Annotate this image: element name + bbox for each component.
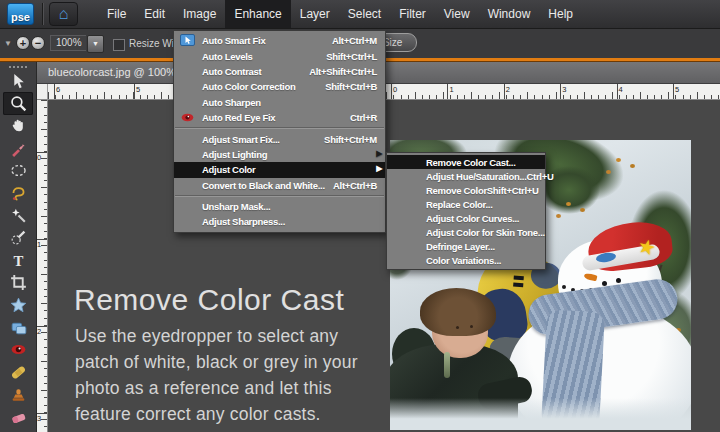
ruler-tick [41, 274, 47, 275]
menu-item-auto-smart-fix[interactable]: Auto Smart FixAlt+Ctrl+M [174, 33, 385, 48]
menu-item-adjust-color-for-skin-tone[interactable]: Adjust Color for Skin Tone... [387, 225, 545, 239]
tool-eyedropper[interactable] [3, 137, 33, 159]
zoom-out-button[interactable]: − [31, 36, 45, 50]
resize-windows-checkbox[interactable] [113, 39, 125, 51]
photo-boy-hair [420, 288, 496, 336]
menu-item-auto-red-eye-fix[interactable]: Auto Red Eye FixCtrl+R [174, 110, 385, 125]
ruler-tick [44, 136, 47, 137]
ruler-tick [161, 92, 162, 99]
ruler-tick [391, 84, 392, 99]
menu-item-unsharp-mask[interactable]: Unsharp Mask... [174, 199, 385, 214]
ruler-label: 1 [449, 85, 453, 94]
menu-item-auto-levels[interactable]: Auto LevelsShift+Ctrl+L [174, 48, 385, 63]
menu-item-adjust-color[interactable]: Adjust Color▶ [174, 162, 385, 177]
tool-crop[interactable] [3, 272, 33, 294]
marquee-icon [9, 161, 28, 180]
vertical-ruler[interactable]: 0123 [36, 100, 48, 432]
menubar-item-layer[interactable]: Layer [291, 0, 339, 28]
menu-item-adjust-hue-saturation[interactable]: Adjust Hue/Saturation...Ctrl+U [387, 169, 545, 183]
ruler-tick [619, 95, 620, 99]
ruler-tick [598, 95, 599, 99]
menu-item-convert-to-black-and-white[interactable]: Convert to Black and White...Alt+Ctrl+B [174, 178, 385, 193]
ruler-tick [527, 92, 528, 99]
menu-icon-blank [180, 65, 195, 78]
menubar-item-image[interactable]: Image [174, 0, 225, 28]
ruler-tick [504, 84, 505, 99]
ruler-tick [154, 95, 155, 99]
zoom-level-field[interactable]: 100% [50, 35, 86, 51]
ruler-tick [44, 173, 47, 174]
menu-item-auto-contrast[interactable]: Auto ContrastAlt+Shift+Ctrl+L [174, 64, 385, 79]
palette-grip-handle[interactable] [9, 66, 27, 68]
zoom-dropdown-button[interactable]: ▼ [87, 35, 104, 53]
menubar-item-view[interactable]: View [435, 0, 479, 28]
tool-lasso[interactable] [3, 182, 33, 204]
ruler-tick [44, 347, 47, 348]
tool-magic-wand[interactable] [3, 204, 33, 226]
menubar-item-edit[interactable]: Edit [135, 0, 174, 28]
home-button[interactable]: ⌂ [49, 2, 78, 26]
menu-item-adjust-sharpness[interactable]: Adjust Sharpness... [174, 214, 385, 229]
menubar-item-file[interactable]: File [98, 0, 135, 28]
type-icon: T [9, 251, 28, 270]
ruler-tick [44, 144, 47, 145]
menu-item-replace-color[interactable]: Replace Color... [387, 197, 545, 211]
tool-healing-brush[interactable] [3, 361, 33, 383]
ruler-tick [44, 310, 47, 311]
tool-clone-stamp[interactable] [3, 383, 33, 405]
tool-zoom[interactable] [3, 92, 33, 114]
move-icon [9, 72, 28, 91]
tool-type[interactable]: T [3, 249, 33, 271]
menu-item-defringe-layer[interactable]: Defringe Layer... [387, 239, 545, 253]
tool-move[interactable] [3, 70, 33, 92]
menu-item-color-variations[interactable]: Color Variations... [387, 253, 545, 267]
ruler-tick [640, 92, 641, 99]
ruler-tick [44, 252, 47, 253]
menu-separator [175, 127, 384, 129]
ruler-tick [44, 368, 47, 369]
menubar-item-enhance[interactable]: Enhance [225, 0, 290, 28]
ruler-tick [41, 245, 47, 246]
menubar-item-help[interactable]: Help [539, 0, 582, 28]
menu-item-adjust-smart-fix[interactable]: Adjust Smart Fix...Shift+Ctrl+M [174, 131, 385, 146]
menu-icon-blank [180, 148, 195, 161]
ruler-tick [147, 95, 148, 99]
ruler-tick [633, 95, 634, 99]
magic-wand-icon [9, 206, 28, 225]
menu-item-adjust-lighting[interactable]: Adjust Lighting▶ [174, 147, 385, 162]
tutorial-body-line: photo as a reference and let this [75, 375, 358, 401]
smart-fix-icon [180, 34, 195, 47]
tool-eraser[interactable] [3, 406, 33, 428]
menu-item-auto-sharpen[interactable]: Auto Sharpen [174, 95, 385, 110]
clone-stamp-icon [9, 385, 28, 404]
menubar-item-window[interactable]: Window [479, 0, 540, 28]
menu-item-remove-color-cast[interactable]: Remove Color Cast... [387, 155, 545, 169]
ruler-tick [549, 95, 550, 99]
tool-shape[interactable] [3, 316, 33, 338]
options-collapse-icon[interactable]: ▼ [4, 39, 12, 48]
ruler-tick [140, 95, 141, 99]
menu-icon-blank [180, 49, 195, 62]
menu-item-auto-color-correction[interactable]: Auto Color CorrectionShift+Ctrl+B [174, 79, 385, 94]
tool-red-eye-removal[interactable] [3, 339, 33, 361]
tool-quick-selection[interactable] [3, 227, 33, 249]
menubar-item-select[interactable]: Select [339, 0, 390, 28]
ruler-tick [104, 92, 105, 99]
ruler-tick [41, 390, 47, 391]
tool-hand[interactable] [3, 115, 33, 137]
eraser-icon [9, 408, 28, 427]
ruler-tick [560, 84, 561, 99]
ruler-label: 3 [562, 85, 566, 94]
ruler-tick [556, 92, 557, 99]
ruler-tick [443, 92, 444, 99]
ruler-label: 4 [619, 85, 623, 94]
tool-marquee[interactable] [3, 160, 33, 182]
menubar-item-filter[interactable]: Filter [390, 0, 435, 28]
menu-item-remove-color[interactable]: Remove ColorShift+Ctrl+U [387, 183, 545, 197]
ruler-tick [422, 95, 423, 99]
red-eye-removal-icon [9, 340, 28, 359]
zoom-in-button[interactable]: + [16, 36, 30, 50]
tool-cookie-cutter[interactable] [3, 294, 33, 316]
tutorial-body-line: patch of white, black or grey in your [75, 349, 358, 375]
menu-item-adjust-color-curves[interactable]: Adjust Color Curves... [387, 211, 545, 225]
